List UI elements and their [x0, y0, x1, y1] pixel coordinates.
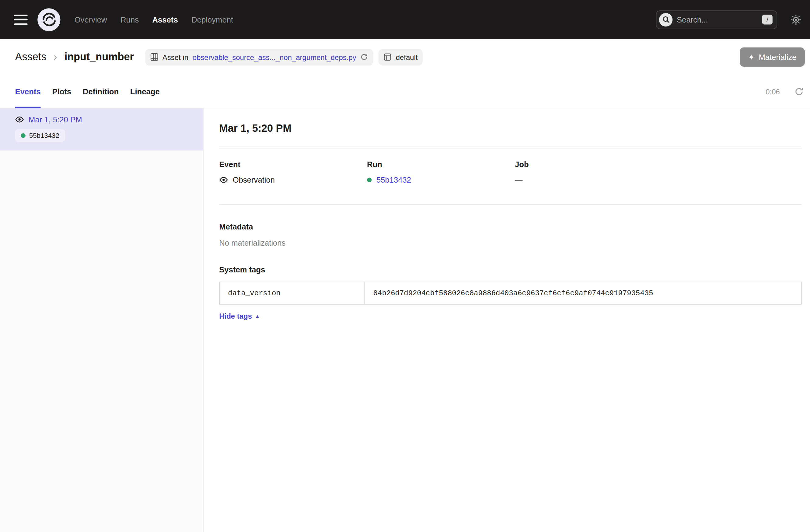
run-column-label: Run [367, 160, 515, 168]
app-root: Overview Runs Assets Deployment / [0, 0, 810, 532]
refresh-timer-label: 0:06 [765, 87, 780, 96]
nav-item-overview[interactable]: Overview [75, 15, 107, 24]
run-column: Run 55b13432 [367, 160, 515, 184]
reload-icon[interactable] [360, 53, 368, 61]
nav-item-runs[interactable]: Runs [120, 15, 139, 24]
event-list-sidebar: Mar 1, 5:20 PM 55b13432 [0, 108, 204, 532]
asset-location-badge: Asset in observable_source_ass..._non_ar… [145, 49, 373, 65]
tab-lineage[interactable]: Lineage [130, 75, 160, 108]
divider [219, 148, 801, 148]
event-list-item[interactable]: Mar 1, 5:20 PM 55b13432 [0, 108, 203, 151]
run-id-link[interactable]: 55b13432 [376, 176, 411, 184]
eye-icon [15, 116, 24, 123]
table-grid-icon [151, 53, 159, 61]
metadata-heading: Metadata [219, 223, 801, 231]
search-box[interactable]: / [656, 10, 777, 29]
event-detail-panel: Mar 1, 5:20 PM Event Observation [204, 108, 810, 532]
event-detail-title: Mar 1, 5:20 PM [219, 122, 801, 134]
tab-definition[interactable]: Definition [83, 75, 119, 108]
materialize-button-label: Materialize [759, 53, 796, 62]
asset-name-title: input_number [65, 51, 134, 63]
event-column: Event Observation [219, 160, 367, 184]
search-input[interactable] [677, 15, 758, 24]
system-tags-table: data_version 84b26d7d9204cbf588026c8a988… [219, 282, 801, 305]
materialize-button[interactable]: ✦ Materialize [740, 47, 805, 67]
asset-in-label: Asset in [162, 53, 188, 61]
tab-plots[interactable]: Plots [52, 75, 71, 108]
event-type-value: Observation [233, 176, 275, 184]
hide-tags-link[interactable]: Hide tags ▲ [219, 312, 260, 320]
tab-events[interactable]: Events [15, 75, 41, 108]
run-status-dot [367, 177, 372, 182]
tag-value-cell: 84b26d7d9204cbf588026c8a9886d403a6c9637c… [365, 282, 801, 304]
nav-item-deployment[interactable]: Deployment [191, 15, 233, 24]
nav-item-assets[interactable]: Assets [152, 15, 178, 24]
run-id-badge[interactable]: 55b13432 [15, 129, 65, 142]
group-badge-default[interactable]: default [378, 49, 423, 65]
metadata-empty-text: No materializations [219, 239, 801, 247]
page-header: Assets › input_number Asset in observabl… [0, 39, 810, 75]
breadcrumb-assets-link[interactable]: Assets [15, 51, 47, 63]
hide-tags-label: Hide tags [219, 312, 252, 320]
refresh-icon[interactable] [794, 87, 804, 96]
job-column-label: Job [515, 160, 663, 168]
event-timestamp: Mar 1, 5:20 PM [29, 115, 82, 124]
job-column: Job — [515, 160, 663, 184]
chevron-right-icon: › [53, 51, 57, 63]
search-icon [659, 13, 673, 26]
group-icon [384, 53, 392, 61]
run-status-dot [21, 133, 25, 138]
job-empty-value: — [515, 176, 523, 184]
eye-icon [219, 177, 228, 183]
tab-bar: Events Plots Definition Lineage 0:06 [0, 75, 810, 108]
content-area: Mar 1, 5:20 PM 55b13432 Mar 1, 5:20 PM E… [0, 108, 810, 532]
group-badge-label: default [396, 53, 418, 61]
system-tags-heading: System tags [219, 265, 801, 274]
search-shortcut-key: / [762, 14, 773, 25]
sparkle-icon: ✦ [748, 52, 755, 62]
run-id-badge-label: 55b13432 [29, 132, 59, 140]
event-summary-columns: Event Observation Run [219, 160, 801, 184]
top-nav: Overview Runs Assets Deployment / [0, 0, 810, 39]
caret-up-icon: ▲ [255, 313, 260, 319]
event-column-label: Event [219, 160, 367, 168]
primary-nav: Overview Runs Assets Deployment [75, 15, 233, 24]
asset-file-link[interactable]: observable_source_ass..._non_argument_de… [193, 53, 356, 61]
tag-key-cell: data_version [220, 282, 365, 304]
hamburger-menu-icon[interactable] [14, 14, 27, 25]
dagster-logo[interactable] [37, 7, 61, 32]
gear-icon[interactable] [790, 14, 802, 25]
divider [219, 204, 801, 205]
